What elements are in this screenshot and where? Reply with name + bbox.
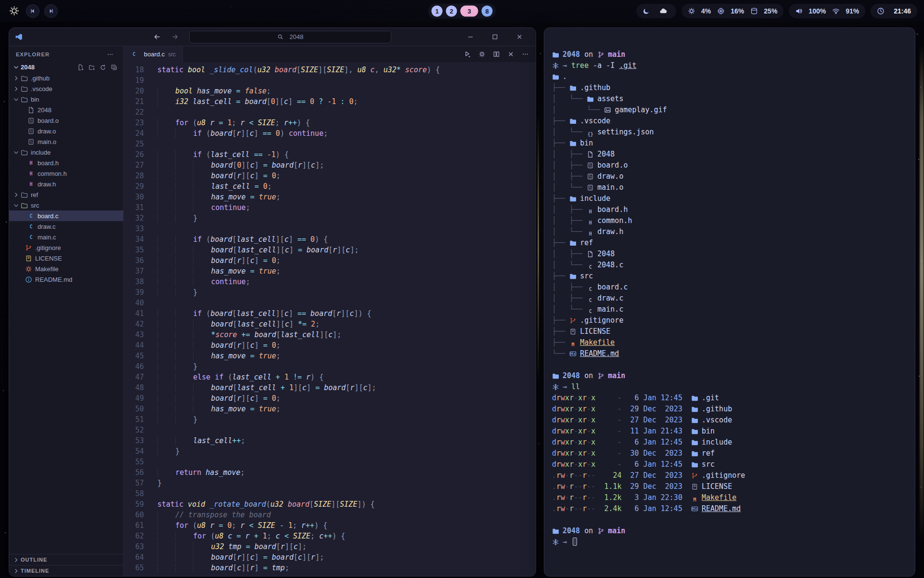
explorer-tree: .github.vscodebin2048board.odraw.omain.o… bbox=[9, 73, 123, 285]
code-line: 57} bbox=[124, 478, 536, 488]
tab-board-c[interactable]: C board.c src bbox=[124, 46, 183, 62]
explorer-item-draw.h[interactable]: Hdraw.h bbox=[9, 179, 123, 189]
folder-icon bbox=[691, 428, 698, 435]
explorer-item-ref[interactable]: ref bbox=[9, 189, 123, 200]
code-line: 35 board[last_cell][c] = board[r][c]; bbox=[124, 245, 536, 255]
clock-widget[interactable]: 21:46 bbox=[871, 4, 917, 18]
explorer-item-board.h[interactable]: Hboard.h bbox=[9, 158, 123, 168]
explorer-more-icon[interactable] bbox=[107, 51, 114, 58]
new-file-button[interactable] bbox=[77, 64, 84, 71]
code-area[interactable]: 18static bool _slide_col(u32 board[SIZE]… bbox=[124, 62, 536, 576]
explorer-item-common.h[interactable]: Hcommon.h bbox=[9, 168, 123, 179]
listing-entry: drwxr-xr-x - 29 Dec 2023 .github bbox=[552, 404, 911, 415]
more-button[interactable] bbox=[522, 51, 529, 58]
nix-snowflake-icon bbox=[552, 62, 559, 69]
listing-entry: .rw-r--r-- 24 27 Dec 2023 .gitignore bbox=[552, 470, 911, 481]
line-number: 63 bbox=[124, 541, 144, 552]
collapse-all-button[interactable] bbox=[111, 64, 117, 71]
system-stats[interactable]: 4%16%25% bbox=[681, 4, 783, 18]
code-line: 31 continue; bbox=[124, 202, 536, 213]
explorer-item-README.md[interactable]: README.md bbox=[9, 274, 123, 285]
code-line: 52 bbox=[124, 425, 536, 435]
explorer-item-include[interactable]: include bbox=[9, 147, 123, 158]
workspace-1[interactable]: 1 bbox=[432, 5, 443, 16]
editor-window[interactable]: 2048 EXPLORER 2048 .github.vs bbox=[9, 27, 536, 577]
foldero-icon bbox=[21, 191, 28, 198]
explorer-item-draw.c[interactable]: Cdraw.c bbox=[9, 221, 123, 232]
split-button[interactable] bbox=[493, 51, 500, 58]
explorer-item-main.o[interactable]: main.o bbox=[9, 136, 123, 147]
file-type-icon: C bbox=[587, 263, 594, 271]
listing-entry: drwxr-xr-x - 27 Dec 2023 .vscode bbox=[552, 415, 911, 426]
network-volume[interactable]: 100%91% bbox=[789, 4, 865, 18]
app-icon bbox=[15, 33, 23, 41]
line-number: 33 bbox=[124, 223, 144, 234]
explorer-item-board.c[interactable]: Cboard.c bbox=[9, 210, 123, 221]
code-line: 38 continue; bbox=[124, 276, 536, 287]
file-type-icon: {} bbox=[587, 131, 594, 138]
wallpaper-gold-streak bbox=[538, 113, 539, 383]
settings-button[interactable] bbox=[478, 51, 486, 58]
binary-icon bbox=[27, 128, 35, 135]
folder-icon bbox=[569, 239, 577, 247]
explorer-item-src[interactable]: src bbox=[9, 200, 123, 210]
launcher-button[interactable] bbox=[7, 4, 21, 18]
explorer-item-.github[interactable]: .github bbox=[9, 73, 123, 83]
terminal-window[interactable]: 2048 on main→ tree -a -I .git.├── .githu… bbox=[544, 27, 915, 577]
terminal-command: → tree -a -I .git bbox=[552, 60, 911, 71]
refresh-button[interactable] bbox=[100, 64, 106, 71]
panel-timeline[interactable]: TIMELINE bbox=[9, 565, 123, 576]
chevron-right-icon bbox=[13, 86, 21, 92]
code-line: 29 last_cell = 0; bbox=[124, 181, 536, 192]
explorer-item-draw.o[interactable]: draw.o bbox=[9, 126, 123, 136]
explorer-item-.vscode[interactable]: .vscode bbox=[9, 83, 123, 94]
explorer-item-.gitignore[interactable]: .gitignore bbox=[9, 242, 123, 253]
code-line: 33 bbox=[124, 223, 536, 234]
terminal-content[interactable]: 2048 on main→ tree -a -I .git.├── .githu… bbox=[552, 49, 911, 548]
explorer-item-label: draw.h bbox=[38, 181, 56, 188]
folder-icon bbox=[691, 450, 698, 457]
explorer-item-label: .vscode bbox=[31, 85, 52, 92]
back-arrow-icon[interactable] bbox=[154, 33, 161, 40]
line-number: 35 bbox=[124, 245, 144, 255]
binary-icon bbox=[587, 162, 594, 169]
binary-icon bbox=[587, 173, 594, 180]
chip-value: 16% bbox=[731, 7, 744, 15]
prev-workspace-button[interactable] bbox=[26, 4, 39, 18]
explorer-item-main.c[interactable]: Cmain.c bbox=[9, 232, 123, 242]
forward-arrow-icon[interactable] bbox=[171, 33, 179, 40]
workspace-2[interactable]: 2 bbox=[446, 5, 457, 16]
code-line: 21 i32 last_cell = board[0][c] == 0 ? -1… bbox=[124, 96, 536, 107]
new-folder-button[interactable] bbox=[89, 64, 95, 71]
terminal-cursor bbox=[573, 538, 577, 546]
close-button[interactable] bbox=[507, 51, 514, 58]
top-bar-right: 4%16%25% 100%91% 21:46 bbox=[636, 4, 917, 18]
run-button[interactable] bbox=[464, 51, 471, 58]
listing-entry: drwxr-xr-x - 11 Jan 21:43 bin bbox=[552, 426, 911, 437]
explorer-item-Makefile[interactable]: Makefile bbox=[9, 263, 123, 274]
maximize-button[interactable] bbox=[491, 33, 499, 40]
file-type-icon: M bbox=[569, 341, 577, 348]
workspace-3[interactable]: 3 bbox=[461, 5, 478, 16]
binary-icon bbox=[27, 138, 35, 145]
workspace-8[interactable]: 8 bbox=[482, 5, 493, 16]
editor-titlebar[interactable]: 2048 bbox=[9, 28, 536, 46]
minimize-button[interactable] bbox=[467, 33, 474, 40]
titlebar-search[interactable]: 2048 bbox=[189, 31, 391, 43]
explorer-root[interactable]: 2048 bbox=[9, 62, 123, 73]
explorer-item-2048[interactable]: 2048 bbox=[9, 105, 123, 115]
explorer-item-LICENSE[interactable]: LICENSE bbox=[9, 253, 123, 263]
code-line: 20 bool has_move = false; bbox=[124, 86, 536, 96]
next-workspace-button[interactable] bbox=[44, 4, 58, 18]
editor-main: C board.c src 18static bool _slide_col(u… bbox=[124, 46, 536, 576]
explorer-item-bin[interactable]: bin bbox=[9, 94, 123, 105]
explorer-item-label: src bbox=[31, 202, 39, 209]
panel-outline[interactable]: OUTLINE bbox=[9, 554, 123, 565]
close-button[interactable] bbox=[516, 33, 523, 40]
weather-widget[interactable] bbox=[636, 4, 676, 18]
explorer-item-label: LICENSE bbox=[35, 255, 62, 262]
explorer-item-board.o[interactable]: board.o bbox=[9, 115, 123, 126]
terminal-command: → ll bbox=[552, 381, 911, 393]
chevron-right-icon bbox=[13, 568, 21, 574]
tree-entry: ├── src bbox=[552, 271, 911, 282]
